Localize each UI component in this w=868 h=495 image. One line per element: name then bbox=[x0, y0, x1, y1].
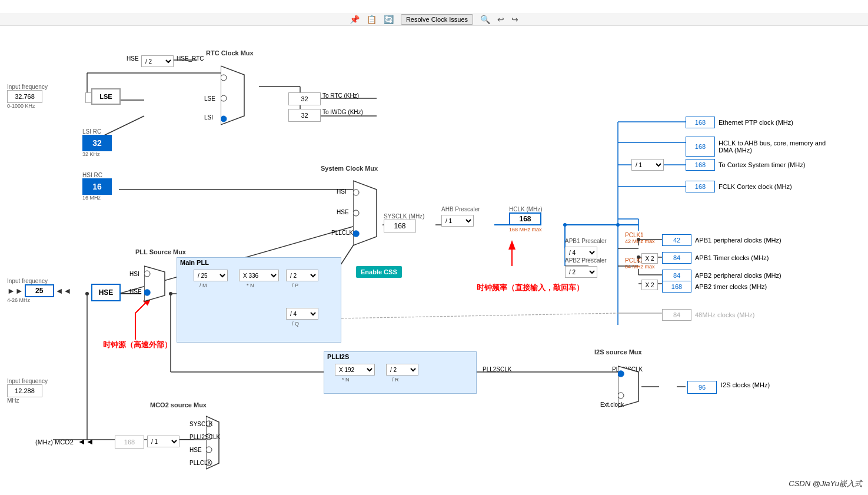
svg-point-67 bbox=[616, 223, 620, 227]
mco2-value: 168 bbox=[115, 436, 144, 449]
pll-p-label: / P bbox=[292, 283, 298, 288]
mco2-output-label: (MHz) MCO2 ◄◄ bbox=[35, 437, 94, 446]
pll-m-select[interactable]: / 25/ 1/ 2 bbox=[194, 270, 228, 281]
apb1-periph-label: APB1 peripheral clocks (MHz) bbox=[695, 237, 781, 244]
fclk-value: 168 bbox=[686, 181, 715, 192]
enable-css-button[interactable]: Enable CSS bbox=[356, 266, 402, 278]
hsi-label: HSI RC bbox=[82, 172, 112, 178]
sysclk-label: SYSCLK (MHz) 168 bbox=[384, 213, 424, 232]
apb1-periph-row: 42 APB1 peripheral clocks (MHz) bbox=[662, 234, 781, 246]
pin-icon[interactable]: 📌 bbox=[350, 15, 360, 24]
mco2-hse-label: HSE bbox=[189, 447, 202, 453]
apb1-prescaler-area: APB1 Prescaler / 4/ 1/ 2/ 8 bbox=[565, 238, 607, 258]
rtc-hse-divider-select[interactable]: / 2/ 3/ 4 bbox=[141, 55, 174, 67]
mco2-divider-select[interactable]: / 1/ 2/ 3/ 4/ 5 bbox=[147, 436, 179, 447]
bottom-input-group: Input frequency MHz bbox=[7, 378, 48, 404]
lse-freq-input[interactable] bbox=[7, 90, 42, 103]
i2s-mux-label: I2S source Mux bbox=[594, 348, 642, 356]
svg-point-78 bbox=[353, 231, 359, 237]
main-pll-area: Main PLL / 25/ 1/ 2 / M X 336X 192X 100 … bbox=[177, 257, 341, 343]
search-icon[interactable]: 🔍 bbox=[480, 15, 490, 24]
svg-point-70 bbox=[563, 223, 567, 227]
copy-icon[interactable]: 📋 bbox=[367, 15, 377, 24]
forward-icon[interactable]: ↪ bbox=[511, 15, 518, 24]
svg-point-83 bbox=[618, 371, 624, 377]
pclk1-max: 42 MHz max bbox=[625, 238, 655, 244]
hse-input-group: Input frequency ►► ◄◄ 4-26 MHz bbox=[7, 278, 71, 303]
annotation-clock-freq: 时钟频率（直接输入，敲回车） bbox=[477, 283, 584, 293]
lsi-group: LSI RC 32 32 KHz bbox=[82, 128, 112, 157]
refresh-icon[interactable]: 🔄 bbox=[384, 15, 394, 24]
lsi-unit: 32 KHz bbox=[82, 151, 112, 157]
mco2-pllclk-label: PLLCLK bbox=[189, 460, 211, 466]
apb1-timer-label: APB1 Timer clocks (MHz) bbox=[695, 254, 769, 261]
rtc-to-iwdg-label: To IWDG (KHz) bbox=[322, 109, 363, 115]
ethernet-ptp-row: 168 Ethernet PTP clock (MHz) bbox=[686, 117, 793, 128]
apb1-periph-value: 42 bbox=[662, 234, 691, 246]
hclk-ahb-value: 168 bbox=[686, 137, 715, 157]
apb2-periph-value: 84 bbox=[662, 270, 691, 281]
lse-range: 0-1000 KHz bbox=[7, 103, 48, 109]
fclk-label: FCLK Cortex clock (MHz) bbox=[719, 183, 792, 190]
hse-block: HSE bbox=[91, 284, 121, 301]
pll-p-select[interactable]: / 2/ 4/ 6/ 8 bbox=[286, 270, 318, 281]
apb2-prescaler-area: APB2 Prescaler / 2/ 1/ 4/ 8 bbox=[565, 257, 607, 278]
apb2-timer-row: 168 APB2 timer clocks (MHz) bbox=[662, 281, 767, 293]
i2s-label: I2S clocks (MHz) bbox=[721, 381, 770, 388]
apb2-timer-label: APB2 timer clocks (MHz) bbox=[695, 283, 767, 290]
main-pll-label: Main PLL bbox=[180, 259, 209, 266]
lse-input-group: Input frequency 0-1000 KHz bbox=[7, 84, 48, 109]
cortex-timer-value: 168 bbox=[686, 159, 715, 171]
back-icon[interactable]: ↩ bbox=[497, 15, 504, 24]
plli2s-label: PLLI2S bbox=[327, 353, 349, 360]
hsi-block: 16 bbox=[82, 178, 112, 195]
hclk-input[interactable] bbox=[509, 212, 541, 225]
hse-freq-input[interactable] bbox=[25, 284, 54, 297]
apb2-timer-value: 168 bbox=[662, 281, 691, 293]
hclk-ahb-row: 168 HCLK to AHB bus, core, memory and DM… bbox=[686, 137, 836, 157]
cortex-divider-area: / 1/ 8 bbox=[631, 159, 664, 171]
hse-freq-label: Input frequency bbox=[7, 278, 71, 284]
svg-point-80 bbox=[144, 271, 150, 277]
lsi-label: LSI RC bbox=[82, 128, 112, 135]
bottom-freq-input[interactable] bbox=[7, 384, 42, 397]
pll-hse-label: HSE bbox=[129, 288, 142, 295]
pll-q-select[interactable]: / 4/ 2/ 3 bbox=[286, 308, 318, 320]
clock-diagram: 📌 📋 🔄 Resolve Clock Issues 🔍 ↩ ↪ Input f… bbox=[0, 13, 868, 495]
plli2s-n-select[interactable]: X 192X 100 bbox=[335, 364, 375, 376]
cortex-timer-row: 168 To Cortex System timer (MHz) bbox=[686, 159, 805, 171]
pll-n-select[interactable]: X 336X 192X 100 bbox=[239, 270, 279, 281]
apb2-periph-label: APB2 peripheral clocks (MHz) bbox=[695, 272, 781, 279]
ahb-divider-select[interactable]: / 1/ 2/ 4 bbox=[441, 215, 474, 227]
apb2-divider-select[interactable]: / 2/ 1/ 4/ 8 bbox=[565, 266, 597, 278]
svg-point-77 bbox=[353, 210, 359, 216]
apb1-timer-row: 84 APB1 Timer clocks (MHz) bbox=[662, 252, 769, 264]
apb1-divider-select[interactable]: / 4/ 1/ 2/ 8 bbox=[565, 247, 597, 258]
resolve-clock-button[interactable]: Resolve Clock Issues bbox=[401, 14, 473, 25]
fclk-row: 168 FCLK Cortex clock (MHz) bbox=[686, 181, 792, 192]
48mhz-label: 48MHz clocks (MHz) bbox=[695, 311, 754, 318]
lse-block: LSE bbox=[91, 88, 121, 105]
rtc-lsi-label: LSI bbox=[204, 114, 213, 121]
svg-point-72 bbox=[221, 75, 227, 81]
sysclk-value: 168 bbox=[384, 220, 416, 232]
i2s-output: 96 bbox=[687, 381, 717, 394]
hse-range: 4-26 MHz bbox=[7, 297, 71, 303]
pll-q-label: / Q bbox=[292, 321, 299, 327]
bottom-freq-label: Input frequency bbox=[7, 378, 48, 384]
pll-source-mux-label: PLL Source Mux bbox=[135, 248, 186, 255]
hclk-max: 168 MHz max bbox=[509, 227, 543, 232]
plli2s-area: PLLI2S X 192X 100 * N / 2/ 3/ 4 / R bbox=[324, 351, 477, 394]
sysclk-mux-shape bbox=[353, 178, 385, 248]
sysclk-pllclk-label: PLLCLK bbox=[331, 230, 353, 236]
hsi-group: HSI RC 16 16 MHz bbox=[82, 172, 112, 201]
svg-point-64 bbox=[85, 292, 89, 295]
plli2s-r-label: / R bbox=[392, 377, 399, 383]
cortex-divider-select[interactable]: / 1/ 8 bbox=[631, 159, 664, 171]
hsi-unit: 16 MHz bbox=[82, 195, 112, 201]
plli2s-r-select[interactable]: / 2/ 3/ 4 bbox=[386, 364, 418, 376]
hclk-label-area: HCLK (MHz) 168 MHz max bbox=[509, 206, 543, 232]
rtc-mux-shape bbox=[221, 60, 256, 131]
sysclk-hsi-label: HSI bbox=[337, 188, 347, 195]
sysclk-mux-label: System Clock Mux bbox=[321, 165, 378, 172]
